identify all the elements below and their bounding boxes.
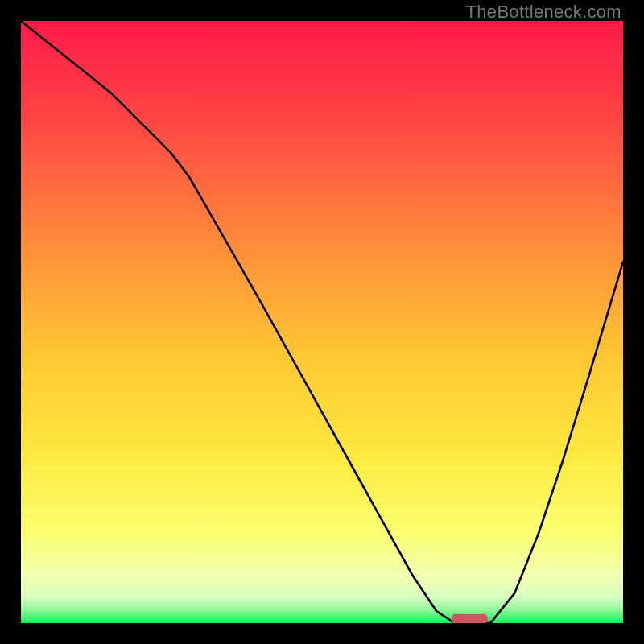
watermark-text: TheBottleneck.com: [466, 2, 621, 23]
gradient-background: [21, 21, 623, 623]
optimal-marker: [452, 614, 488, 623]
bottleneck-chart: [21, 21, 623, 623]
chart-frame: [21, 21, 623, 623]
